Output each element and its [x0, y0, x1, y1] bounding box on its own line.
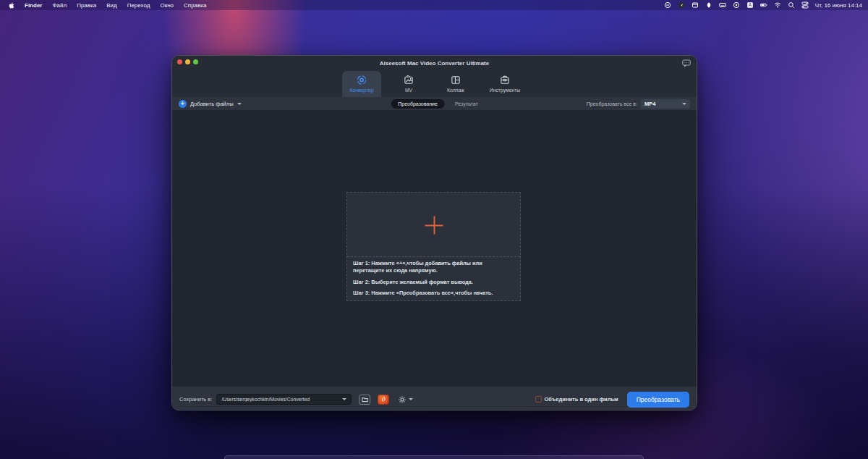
- control-center-icon[interactable]: [801, 1, 809, 9]
- app-window: Aiseesoft Mac Video Converter Ultimate К…: [171, 55, 697, 410]
- step-3: Шаг 3: Нажмите «Преобразовать все»,чтобы…: [353, 290, 514, 298]
- location-icon[interactable]: [678, 1, 685, 9]
- input-source-icon[interactable]: A: [746, 1, 754, 9]
- apple-menu-icon[interactable]: [9, 2, 14, 9]
- mv-icon: [403, 74, 414, 86]
- minimize-button[interactable]: [185, 59, 190, 64]
- window-title: Aiseesoft Mac Video Converter Ultimate: [172, 60, 697, 67]
- toolbar: + Добавить файлы Преобразование Результа…: [172, 97, 697, 110]
- converter-content: Шаг 1: Нажмите «+»,чтобы добавить файлы …: [172, 110, 697, 387]
- file-drop-zone[interactable]: Шаг 1: Нажмите «+»,чтобы добавить файлы …: [346, 192, 521, 301]
- segment-converting[interactable]: Преобразование: [391, 99, 445, 109]
- chevron-down-icon: [409, 398, 413, 400]
- output-format-select[interactable]: MP4: [641, 99, 690, 109]
- gear-icon: [398, 395, 407, 404]
- high-speed-conversion-button[interactable]: [378, 395, 389, 405]
- tab-collage-label: Коллаж: [447, 88, 464, 93]
- save-to-label: Сохранить в:: [179, 396, 212, 403]
- archive-icon[interactable]: [692, 1, 699, 9]
- chevron-down-icon: [342, 398, 346, 400]
- convert-all-group: Преобразовать все в: MP4: [587, 99, 690, 109]
- chevron-down-icon: [237, 103, 242, 105]
- merge-option: Объединить в один фильм: [535, 396, 618, 403]
- menubar-clock[interactable]: Чт, 16 июня 14:14: [815, 2, 862, 9]
- save-path-value: /Users/sergeykochkin/Movies/Converted: [221, 397, 339, 402]
- tab-tools-label: Инструменты: [490, 88, 520, 93]
- open-folder-button[interactable]: [359, 395, 370, 405]
- feedback-bubble-icon[interactable]: [681, 59, 691, 67]
- keyboard-icon[interactable]: [719, 1, 726, 9]
- settings-button[interactable]: [398, 395, 413, 404]
- record-icon[interactable]: [733, 1, 740, 9]
- menu-item-file[interactable]: Файл: [52, 2, 67, 9]
- menu-item-help[interactable]: Справка: [184, 2, 206, 9]
- menu-item-finder[interactable]: Finder: [25, 2, 42, 9]
- bottom-bar: Сохранить в: /Users/sergeykochkin/Movies…: [172, 387, 697, 410]
- tab-converter-label: Конвертер: [349, 88, 373, 93]
- drop-zone-steps: Шаг 1: Нажмите «+»,чтобы добавить файлы …: [347, 256, 520, 300]
- meeting-icon[interactable]: [664, 1, 671, 9]
- tab-converter[interactable]: Конвертер: [342, 71, 381, 97]
- close-button[interactable]: [177, 59, 182, 64]
- title-bar: Aiseesoft Mac Video Converter Ultimate: [172, 56, 697, 71]
- menu-item-view[interactable]: Вид: [106, 2, 116, 9]
- window-header: Aiseesoft Mac Video Converter Ultimate К…: [172, 56, 697, 97]
- main-tabs: Конвертер MV Коллаж Инструменты: [172, 71, 697, 97]
- menu-item-go[interactable]: Переход: [127, 2, 150, 9]
- traffic-lights: [177, 59, 198, 64]
- battery-icon[interactable]: [760, 1, 767, 9]
- add-files-button[interactable]: + Добавить файлы: [179, 100, 242, 108]
- dock-edge: [224, 455, 644, 459]
- add-plus-cross-icon: [425, 216, 443, 234]
- collage-icon: [450, 74, 461, 86]
- step-2: Шаг 2: Выберите желаемый формат вывода.: [353, 279, 514, 287]
- convert-all-button[interactable]: Преобразовать: [627, 392, 689, 408]
- save-path-select[interactable]: /Users/sergeykochkin/Movies/Converted: [216, 394, 352, 405]
- merge-label: Объединить в один фильм: [545, 396, 618, 403]
- drop-zone-top: [347, 193, 520, 256]
- tab-tools[interactable]: Инструменты: [483, 71, 527, 97]
- add-plus-icon: +: [179, 100, 187, 108]
- petal-icon[interactable]: [705, 1, 712, 9]
- toolbox-icon: [499, 74, 511, 86]
- merge-checkbox[interactable]: [535, 396, 542, 403]
- menu-item-edit[interactable]: Правка: [77, 2, 96, 9]
- menu-bar: Finder Файл Правка Вид Переход Окно Спра…: [0, 0, 868, 10]
- svg-text:A: A: [749, 2, 752, 7]
- output-format-value: MP4: [644, 101, 679, 107]
- segment-result[interactable]: Результат: [455, 101, 478, 106]
- wifi-icon[interactable]: [774, 1, 781, 9]
- step-1: Шаг 1: Нажмите «+»,чтобы добавить файлы …: [353, 260, 514, 275]
- tab-collage[interactable]: Коллаж: [436, 71, 475, 97]
- chevron-down-icon: [682, 103, 686, 105]
- spotlight-icon[interactable]: [788, 1, 795, 9]
- zoom-button[interactable]: [193, 59, 198, 64]
- menu-item-window[interactable]: Окно: [160, 2, 174, 9]
- tab-mv-label: MV: [405, 88, 412, 93]
- view-segmented-control: Преобразование Результат: [391, 99, 478, 109]
- add-files-label: Добавить файлы: [190, 101, 234, 107]
- converter-icon: [356, 74, 367, 86]
- convert-all-label: Преобразовать все в:: [587, 101, 637, 106]
- tab-mv[interactable]: MV: [389, 71, 428, 97]
